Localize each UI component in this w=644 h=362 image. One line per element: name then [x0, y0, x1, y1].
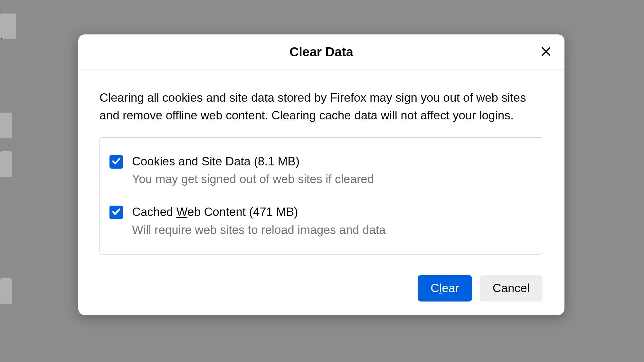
checkbox-cookies[interactable] [109, 155, 123, 169]
option-label-segment: ite Data (8.1 MB) [210, 155, 300, 168]
checkmark-icon [111, 156, 121, 167]
clear-button[interactable]: Clear [418, 275, 472, 302]
background-dot: . [0, 31, 3, 41]
clear-data-dialog: Clear Data Clearing all cookies and site… [78, 34, 564, 315]
background-panel [0, 113, 12, 138]
background-panel [0, 151, 12, 177]
dialog-footer: Clear Cancel [78, 267, 564, 315]
option-label[interactable]: Cookies and Site Data (8.1 MB) [132, 153, 374, 170]
option-cookies-site-data: Cookies and Site Data (8.1 MB) You may g… [109, 153, 533, 188]
options-container: Cookies and Site Data (8.1 MB) You may g… [99, 137, 543, 255]
option-text: Cookies and Site Data (8.1 MB) You may g… [132, 153, 374, 188]
checkmark-icon [111, 207, 121, 218]
button-label-segment: ear [442, 282, 459, 295]
close-button[interactable] [538, 44, 554, 60]
option-access-key: W [176, 205, 187, 218]
dialog-title: Clear Data [289, 45, 353, 59]
option-hint: Will require web sites to reload images … [132, 221, 386, 239]
option-label-segment: Cookies and [132, 155, 202, 168]
option-cached-web-content: Cached Web Content (471 MB) Will require… [109, 204, 533, 239]
option-label-segment: Cached [132, 205, 176, 218]
dialog-body: Clearing all cookies and site data store… [78, 70, 564, 267]
checkbox-cache[interactable] [109, 206, 123, 219]
option-label[interactable]: Cached Web Content (471 MB) [132, 204, 386, 220]
dialog-header: Clear Data [78, 34, 564, 70]
option-access-key: S [202, 155, 210, 168]
dialog-description: Clearing all cookies and site data store… [99, 89, 543, 125]
option-text: Cached Web Content (471 MB) Will require… [132, 204, 386, 239]
option-label-segment: eb Content (471 MB) [187, 205, 298, 218]
button-label-segment: C [431, 282, 439, 295]
background-panel [0, 278, 12, 304]
option-hint: You may get signed out of web sites if c… [132, 170, 374, 188]
cancel-button[interactable]: Cancel [480, 275, 543, 302]
close-icon [541, 46, 552, 58]
